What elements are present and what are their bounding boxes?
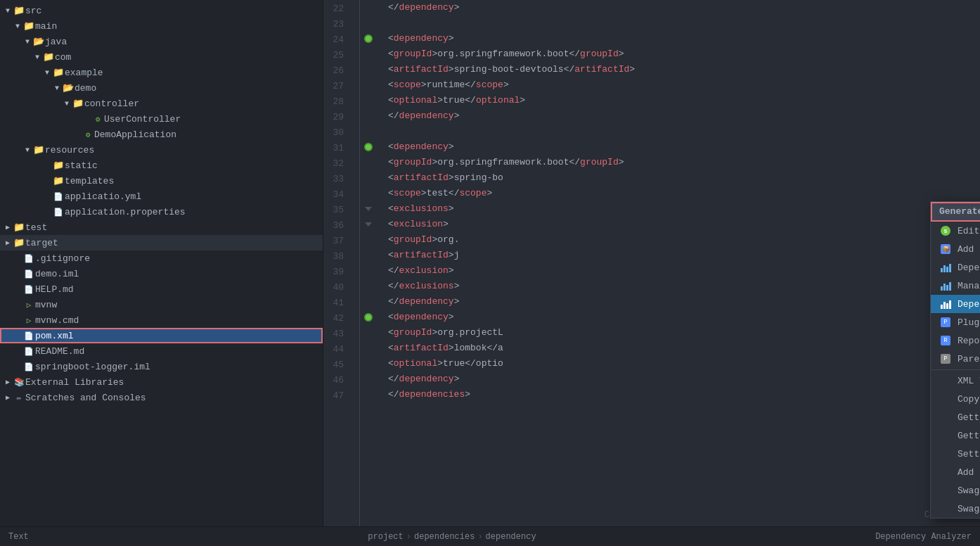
code-content[interactable]: </dependency> <dependency> <groupId>org.…	[377, 0, 980, 526]
tree-item-demo[interactable]: ▼ 📂 demo	[0, 80, 323, 96]
gutter-46	[360, 372, 377, 387]
tree-item-com[interactable]: ▼ 📁 com	[0, 49, 323, 65]
menu-item-getter-setter-comment[interactable]: Getter and Setter With Comment	[931, 408, 980, 426]
code-line-26: <artifactId>spring-boot-devtools</artifa…	[388, 62, 980, 77]
tree-item-mvnwcmd[interactable]: ▷ mvnw.cmd	[0, 312, 323, 328]
tree-item-main[interactable]: ▼ 📁 main	[0, 18, 323, 34]
label-demoapplication: DemoApplication	[94, 129, 176, 140]
file-icon-pomxml: 📄	[22, 331, 35, 341]
gutter-28	[360, 93, 377, 108]
label-templates: templates	[65, 176, 114, 186]
menu-item-managed-dep[interactable]: Managed Dependency	[931, 277, 980, 295]
code-line-46: </dependency>	[388, 372, 980, 387]
label-demo: demo	[75, 83, 96, 94]
label-readmemd: README.md	[35, 346, 84, 357]
tree-item-demoiml[interactable]: 📄 demo.iml	[0, 266, 323, 281]
tree-item-demoapplication[interactable]: ⚙ DemoApplication	[0, 127, 323, 142]
code-line-32: <groupId>org.springframework.boot</group…	[388, 155, 980, 170]
tree-item-usercontroller[interactable]: ⚙ UserController	[0, 111, 323, 127]
code-line-37: <groupId>org.	[388, 232, 980, 248]
folder-icon-test: 📁	[13, 222, 25, 233]
code-line-28: <optional>true</optional>	[388, 93, 980, 108]
tree-item-target[interactable]: ▶ 📁 target	[0, 235, 323, 250]
menu-item-edit-starters[interactable]: S Edit Starters	[931, 222, 980, 240]
plugin-template-icon: P	[939, 316, 952, 329]
gutter-31[interactable]	[360, 139, 377, 155]
code-line-38: <artifactId>j	[388, 248, 980, 263]
spring-gutter-31	[364, 143, 373, 151]
tree-item-templates[interactable]: 📁 templates	[0, 173, 323, 189]
label-java: java	[45, 37, 67, 47]
menu-item-repo-template[interactable]: R Repository Template	[931, 331, 980, 350]
gutter-36[interactable]	[360, 217, 377, 232]
gutter-22	[360, 0, 377, 15]
ln-40: 40	[323, 280, 351, 296]
menu-item-xml-tag[interactable]: XML Tag...	[931, 372, 980, 390]
mode-label: Text	[8, 532, 29, 542]
tree-item-pomxml[interactable]: 📄 pom.xml	[0, 328, 323, 343]
menu-item-plugin-template[interactable]: P Plugin Template	[931, 313, 980, 331]
menu-item-add-javadoc[interactable]: Add Javadoc Comment	[931, 463, 980, 481]
folder-icon-com: 📁	[42, 51, 55, 63]
arrow-src: ▼	[3, 7, 13, 15]
tree-item-test[interactable]: ▶ 📁 test	[0, 220, 323, 235]
gutter-35[interactable]	[360, 201, 377, 217]
tree-item-mvnw[interactable]: ▷ mvnw	[0, 297, 323, 312]
menu-item-swagger2[interactable]: Swagger2 Annotation	[931, 481, 980, 500]
arrow-resources: ▼	[22, 146, 32, 154]
tree-item-src[interactable]: ▼ 📁 src	[0, 3, 323, 18]
gutter-32	[360, 155, 377, 170]
gutter-42[interactable]	[360, 310, 377, 325]
label-mvnw: mvnw	[35, 300, 57, 310]
tree-item-example[interactable]: ▼ 📁 example	[0, 65, 323, 80]
file-icon-readmemd: 📄	[22, 347, 35, 356]
getter-setter-comment-label: Getter and Setter With Comment	[958, 412, 980, 423]
gutter-24[interactable]	[360, 31, 377, 46]
label-helpmd: HELP.md	[35, 284, 74, 295]
copyright-icon	[939, 393, 952, 405]
gutter-41	[360, 294, 377, 310]
ln-24: 24	[323, 32, 351, 48]
menu-item-copyright[interactable]: Copyright	[931, 390, 980, 408]
menu-item-dependency[interactable]: Dependency	[931, 258, 980, 277]
menu-item-getter-comment[interactable]: Getter With Comment	[931, 426, 980, 445]
tree-item-java[interactable]: ▼ 📂 java	[0, 34, 323, 49]
breadcrumb: project › dependencies › dependency	[368, 532, 536, 542]
menu-item-swagger3[interactable]: Swagger3 Annotation	[931, 500, 980, 518]
tree-item-springbootlogger[interactable]: 📄 springboot-logger.iml	[0, 359, 323, 374]
tree-item-helpmd[interactable]: 📄 HELP.md	[0, 281, 323, 297]
tree-item-controller[interactable]: ▼ 📁 controller	[0, 96, 323, 111]
tree-item-appprops[interactable]: 📄 application.properties	[0, 204, 323, 220]
menu-item-dep-template[interactable]: Dependency Template	[931, 295, 980, 313]
menu-item-parent[interactable]: P Parent	[931, 350, 980, 368]
tree-item-applicatioyml[interactable]: 📄 applicatio.yml	[0, 189, 323, 204]
menu-item-setter-comment[interactable]: Setter With Comment	[931, 445, 980, 463]
tree-item-gitignore[interactable]: 📄 .gitignore	[0, 250, 323, 266]
folder-icon-java: 📂	[32, 36, 45, 47]
arrow-example: ▼	[42, 69, 52, 77]
breadcrumb-project[interactable]: project	[368, 532, 403, 542]
tree-item-resources[interactable]: ▼ 📁 resources	[0, 142, 323, 158]
tree-item-readmemd[interactable]: 📄 README.md	[0, 343, 323, 359]
gutter-38	[360, 248, 377, 263]
code-line-47: </dependencies>	[388, 387, 980, 402]
code-line-30	[388, 124, 980, 139]
breadcrumb-dependencies[interactable]: dependencies	[414, 532, 475, 542]
menu-item-add-package[interactable]: 📦 Add Package...	[931, 240, 980, 258]
tree-item-scratches[interactable]: ▶ ✏ Scratches and Consoles	[0, 390, 323, 405]
label-src: src	[25, 6, 41, 16]
tree-item-static[interactable]: 📁 static	[0, 158, 323, 173]
dependency-icon	[939, 261, 952, 274]
add-javadoc-label: Add Javadoc Comment	[958, 467, 980, 478]
swagger3-icon	[939, 502, 952, 515]
breadcrumb-dependency[interactable]: dependency	[486, 532, 536, 542]
arrow-scratches: ▶	[3, 393, 13, 402]
managed-dep-label: Managed Dependency	[958, 281, 980, 291]
code-line-22: </dependency>	[388, 0, 980, 15]
label-scratches: Scratches and Consoles	[25, 393, 146, 403]
code-line-43: <groupId>org.projectL	[388, 325, 980, 341]
file-icon-helpmd: 📄	[22, 285, 35, 294]
line-numbers: 22 23 24 25 26 27 28 29 30 31 32 33 34 3…	[323, 0, 360, 526]
folder-icon-templates: 📁	[52, 175, 65, 186]
tree-item-extlibs[interactable]: ▶ 📚 External Libraries	[0, 374, 323, 390]
